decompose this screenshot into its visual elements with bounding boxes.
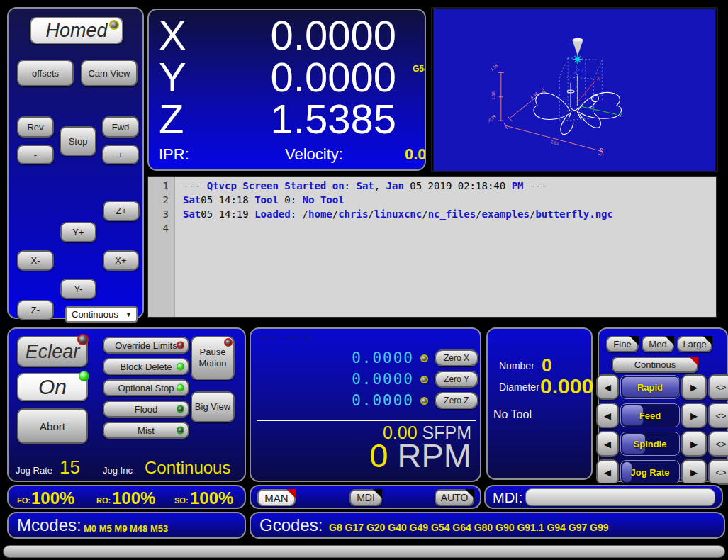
log-segment: examples (482, 208, 530, 220)
jog-continuous-button[interactable]: Continous (612, 357, 698, 373)
swap-button[interactable]: <> (708, 459, 728, 485)
spindle-stop-button[interactable]: Stop (60, 126, 96, 156)
slider-groove[interactable]: Jog Rate (620, 460, 680, 484)
mode-mdi-button[interactable]: MDI (349, 489, 382, 506)
decrease-button[interactable]: ◀ (596, 374, 619, 400)
ipr-label: IPR: (159, 145, 189, 164)
jog-x-plus-button[interactable]: X+ (103, 250, 139, 271)
log-segment: Sat (356, 180, 374, 191)
jog-med-button[interactable]: Med (642, 336, 674, 352)
divider-line (257, 420, 476, 421)
toggle-flood-button[interactable]: Flood (103, 401, 189, 418)
mdi-input[interactable] (525, 488, 715, 506)
gcode-system-badge: G54 (413, 64, 426, 74)
log-line: 1--- Qtvcp Screen Started on: Sat, Jan 0… (148, 179, 716, 193)
slider-groove[interactable]: Feed (620, 403, 680, 427)
main-dro-panel: X0.0000 Y0.0000 Z1.5385 G54 IPR: Velocit… (147, 9, 426, 171)
log-segment: chris (338, 208, 368, 220)
tool-number-label: Number (499, 360, 534, 371)
toggle-led-icon (177, 342, 184, 349)
axis-offset-value: 0.0000 (308, 349, 414, 366)
jog-x-minus-button[interactable]: X- (17, 250, 54, 271)
increase-button[interactable]: ▶ (681, 403, 707, 428)
jog-increment-dropdown[interactable]: Continuous ▼ (65, 306, 138, 323)
toggle-label: Flood (135, 404, 158, 415)
spindle-minus-button[interactable]: - (17, 145, 54, 164)
offsets-button[interactable]: offsets (17, 60, 74, 86)
mode-manual-button[interactable]: MAN (257, 489, 296, 506)
rpm-label: RPM (398, 437, 471, 474)
machine-on-label: On (38, 375, 67, 398)
spindle-rev-button[interactable]: Rev (17, 116, 54, 138)
mcodes-label: Mcodes: (17, 515, 82, 535)
swap-button[interactable]: <> (708, 403, 728, 428)
log-segment: : (345, 180, 357, 191)
mode-panel: MAN MDI AUTO (250, 485, 481, 509)
chevron-down-icon: ▼ (125, 311, 132, 318)
jog-y-plus-button[interactable]: Y+ (60, 222, 96, 242)
log-line-text: --- Qtvcp Screen Started on: Sat, Jan 05… (174, 179, 547, 193)
slider-groove[interactable]: Rapid (620, 375, 680, 399)
override-slider-row: ◀Rapid▶<> (599, 374, 728, 400)
cam-view-button[interactable]: Cam View (81, 60, 138, 86)
gcodes-label: Gcodes: (259, 515, 323, 535)
zero-x-button[interactable]: Zero X (435, 349, 478, 366)
swap-button[interactable]: <> (708, 431, 728, 457)
toggle-label: Block Delete (121, 362, 172, 372)
toolpath-view: 1.18 1.58 -0.39 4.44 2.91 1.19 (432, 9, 717, 171)
axis-offset-value: 0.0000 (308, 392, 414, 409)
homed-button[interactable]: Homed (30, 17, 123, 44)
decrease-button[interactable]: ◀ (596, 403, 619, 428)
spindle-plus-button[interactable]: + (102, 145, 139, 164)
machine-on-button[interactable]: On (17, 373, 88, 401)
clock-timestamp: Sat 05 14:20 16 (257, 333, 312, 342)
jog-z-minus-button[interactable]: Z- (17, 300, 54, 320)
increase-button[interactable]: ▶ (681, 431, 707, 457)
spindle-fwd-button[interactable]: Fwd (102, 116, 139, 138)
rpm-readout: 0 RPM (369, 437, 471, 475)
y-axis-label: Y (619, 113, 622, 118)
tool-diameter-label: Diameter (499, 381, 539, 393)
axis-offset-row: 0.0000Zero Z (308, 391, 478, 410)
log-segment: Sat (183, 194, 201, 206)
toggle-label: Override Limits (115, 340, 177, 351)
decrease-button[interactable]: ◀ (596, 459, 619, 485)
zero-y-button[interactable]: Zero Y (435, 371, 478, 388)
machine-log: 1--- Qtvcp Screen Started on: Sat, Jan 0… (147, 176, 717, 318)
gremlin-preview[interactable]: 1.18 1.58 -0.39 4.44 2.91 1.19 (431, 7, 718, 172)
jog-z-plus-button[interactable]: Z+ (103, 201, 140, 221)
abort-button[interactable]: Abort (17, 408, 88, 444)
toggle-mist-button[interactable]: Mist (103, 422, 189, 439)
increase-button[interactable]: ▶ (681, 374, 707, 400)
qtvcp-screen: Homed offsets Cam View Rev Stop Fwd - + … (0, 0, 728, 560)
increase-button[interactable]: ▶ (681, 459, 707, 485)
dro-axis-value: 1.5385 (271, 98, 396, 140)
log-line-text: Sat05 14:18 Tool 0: No Tool (174, 193, 345, 207)
pause-motion-button[interactable]: Pause Motion (191, 336, 235, 380)
jog-y-minus-button[interactable]: Y- (60, 279, 96, 299)
slider-groove[interactable]: Spindle (620, 432, 680, 456)
log-segment: / (422, 208, 427, 220)
jog-inc-value: Continuous (145, 458, 230, 478)
jog-large-button[interactable]: Large (677, 336, 712, 352)
offset-dro-panel: Sat 05 14:20 16 0.0000Zero X0.0000Zero Y… (250, 327, 481, 482)
jog-fine-button[interactable]: Fine (606, 336, 639, 352)
preview-background (433, 9, 715, 171)
toggle-block-delete-button[interactable]: Block Delete (103, 358, 189, 375)
estop-clear-button[interactable]: Eclear (17, 336, 88, 367)
toggle-optional-stop-button[interactable]: Optional Stop (103, 379, 189, 396)
toggle-override-limits-button[interactable]: Override Limits (103, 337, 189, 354)
x-axis-label: X (596, 76, 600, 81)
status-bar (3, 545, 725, 558)
pause-motion-label: Pause Motion (198, 347, 226, 369)
axis-offset-row: 0.0000Zero Y (308, 370, 478, 388)
log-segment: 05 14:19 (201, 208, 254, 220)
axis-led-icon (420, 376, 428, 383)
zero-z-button[interactable]: Zero Z (435, 392, 478, 409)
feed-override-value: 100% (31, 488, 74, 508)
swap-button[interactable]: <> (708, 374, 728, 400)
decrease-button[interactable]: ◀ (596, 431, 619, 457)
big-view-button[interactable]: Big View (191, 391, 235, 422)
mode-auto-button[interactable]: AUTO (435, 489, 474, 506)
log-segment: .ngc (589, 208, 613, 220)
